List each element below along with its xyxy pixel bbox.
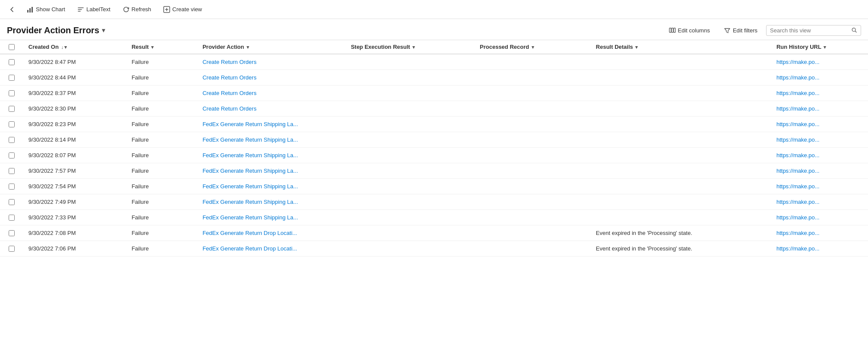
provider-action-link[interactable]: FedEx Generate Return Drop Locati... bbox=[203, 230, 297, 236]
row-checkbox-cell[interactable] bbox=[0, 194, 23, 210]
select-all-header[interactable] bbox=[0, 40, 23, 54]
row-checkbox[interactable] bbox=[9, 184, 15, 190]
row-checkbox[interactable] bbox=[9, 230, 15, 236]
row-checkbox[interactable] bbox=[9, 106, 15, 112]
cell-provider-action[interactable]: Create Return Orders bbox=[197, 54, 345, 70]
refresh-button[interactable]: Refresh bbox=[118, 4, 156, 15]
run-history-link[interactable]: https://make.po... bbox=[776, 121, 820, 127]
col-header-processed-record[interactable]: Processed Record ▾ bbox=[475, 40, 591, 54]
back-button[interactable] bbox=[5, 4, 19, 15]
row-checkbox-cell[interactable] bbox=[0, 132, 23, 148]
run-history-link[interactable]: https://make.po... bbox=[776, 74, 820, 81]
select-all-checkbox[interactable] bbox=[9, 44, 15, 50]
cell-run-history-url[interactable]: https://make.po... bbox=[771, 117, 868, 132]
cell-provider-action[interactable]: FedEx Generate Return Shipping La... bbox=[197, 117, 345, 132]
row-checkbox[interactable] bbox=[9, 59, 15, 65]
cell-processed-record bbox=[475, 101, 591, 117]
search-box[interactable] bbox=[766, 25, 861, 36]
run-history-link[interactable]: https://make.po... bbox=[776, 90, 820, 96]
provider-action-link[interactable]: FedEx Generate Return Shipping La... bbox=[203, 136, 298, 143]
row-checkbox-cell[interactable] bbox=[0, 86, 23, 101]
create-view-button[interactable]: Create view bbox=[159, 4, 206, 15]
cell-provider-action[interactable]: Create Return Orders bbox=[197, 86, 345, 101]
cell-provider-action[interactable]: FedEx Generate Return Shipping La... bbox=[197, 179, 345, 194]
cell-run-history-url[interactable]: https://make.po... bbox=[771, 179, 868, 194]
cell-provider-action[interactable]: FedEx Generate Return Shipping La... bbox=[197, 194, 345, 210]
cell-provider-action[interactable]: FedEx Generate Return Shipping La... bbox=[197, 148, 345, 163]
cell-run-history-url[interactable]: https://make.po... bbox=[771, 163, 868, 179]
run-history-link[interactable]: https://make.po... bbox=[776, 136, 820, 143]
col-header-provider-action[interactable]: Provider Action ▾ bbox=[197, 40, 345, 54]
search-input[interactable] bbox=[770, 27, 849, 34]
col-header-created-on[interactable]: Created On ↓▾ bbox=[23, 40, 127, 54]
provider-action-link[interactable]: FedEx Generate Return Shipping La... bbox=[203, 183, 298, 190]
row-checkbox-cell[interactable] bbox=[0, 54, 23, 70]
cell-run-history-url[interactable]: https://make.po... bbox=[771, 225, 868, 241]
row-checkbox-cell[interactable] bbox=[0, 70, 23, 86]
provider-action-link[interactable]: FedEx Generate Return Drop Locati... bbox=[203, 245, 297, 252]
cell-run-history-url[interactable]: https://make.po... bbox=[771, 241, 868, 257]
label-text-button[interactable]: LabelText bbox=[73, 4, 115, 15]
cell-provider-action[interactable]: Create Return Orders bbox=[197, 101, 345, 117]
row-checkbox[interactable] bbox=[9, 90, 15, 96]
col-header-result-details[interactable]: Result Details ▾ bbox=[591, 40, 771, 54]
row-checkbox-cell[interactable] bbox=[0, 179, 23, 194]
provider-action-link[interactable]: Create Return Orders bbox=[203, 59, 257, 65]
row-checkbox-cell[interactable] bbox=[0, 241, 23, 257]
cell-run-history-url[interactable]: https://make.po... bbox=[771, 194, 868, 210]
run-history-link[interactable]: https://make.po... bbox=[776, 214, 820, 221]
table-row: 9/30/2022 7:54 PMFailureFedEx Generate R… bbox=[0, 179, 868, 194]
cell-run-history-url[interactable]: https://make.po... bbox=[771, 132, 868, 148]
edit-columns-button[interactable]: Edit columns bbox=[664, 24, 715, 36]
cell-provider-action[interactable]: FedEx Generate Return Shipping La... bbox=[197, 132, 345, 148]
run-history-link[interactable]: https://make.po... bbox=[776, 168, 820, 174]
run-history-link[interactable]: https://make.po... bbox=[776, 105, 820, 112]
run-history-link[interactable]: https://make.po... bbox=[776, 152, 820, 158]
row-checkbox-cell[interactable] bbox=[0, 163, 23, 179]
provider-action-link[interactable]: FedEx Generate Return Shipping La... bbox=[203, 121, 298, 127]
edit-filters-button[interactable]: Edit filters bbox=[719, 24, 763, 36]
cell-run-history-url[interactable]: https://make.po... bbox=[771, 101, 868, 117]
row-checkbox[interactable] bbox=[9, 246, 15, 252]
provider-action-link[interactable]: FedEx Generate Return Shipping La... bbox=[203, 152, 298, 158]
data-table: Created On ↓▾ Result ▾ Provider Action ▾… bbox=[0, 40, 868, 257]
run-history-link[interactable]: https://make.po... bbox=[776, 183, 820, 190]
row-checkbox[interactable] bbox=[9, 121, 15, 127]
title-dropdown-chevron[interactable]: ▾ bbox=[102, 27, 105, 34]
cell-run-history-url[interactable]: https://make.po... bbox=[771, 210, 868, 225]
run-history-link[interactable]: https://make.po... bbox=[776, 230, 820, 236]
cell-provider-action[interactable]: FedEx Generate Return Shipping La... bbox=[197, 210, 345, 225]
row-checkbox-cell[interactable] bbox=[0, 148, 23, 163]
cell-run-history-url[interactable]: https://make.po... bbox=[771, 148, 868, 163]
run-history-link[interactable]: https://make.po... bbox=[776, 199, 820, 205]
run-history-link[interactable]: https://make.po... bbox=[776, 59, 820, 65]
show-chart-button[interactable]: Show Chart bbox=[22, 4, 70, 15]
cell-provider-action[interactable]: FedEx Generate Return Shipping La... bbox=[197, 163, 345, 179]
provider-action-link[interactable]: FedEx Generate Return Shipping La... bbox=[203, 214, 298, 221]
row-checkbox[interactable] bbox=[9, 199, 15, 205]
provider-action-link[interactable]: Create Return Orders bbox=[203, 90, 257, 96]
provider-action-link[interactable]: FedEx Generate Return Shipping La... bbox=[203, 168, 298, 174]
cell-provider-action[interactable]: FedEx Generate Return Drop Locati... bbox=[197, 225, 345, 241]
cell-provider-action[interactable]: Create Return Orders bbox=[197, 70, 345, 86]
row-checkbox[interactable] bbox=[9, 75, 15, 81]
col-header-result[interactable]: Result ▾ bbox=[127, 40, 197, 54]
row-checkbox-cell[interactable] bbox=[0, 117, 23, 132]
row-checkbox[interactable] bbox=[9, 168, 15, 174]
cell-run-history-url[interactable]: https://make.po... bbox=[771, 70, 868, 86]
provider-action-link[interactable]: Create Return Orders bbox=[203, 105, 257, 112]
row-checkbox[interactable] bbox=[9, 152, 15, 158]
col-header-run-history-url[interactable]: Run History URL ▾ bbox=[771, 40, 868, 54]
cell-provider-action[interactable]: FedEx Generate Return Drop Locati... bbox=[197, 241, 345, 257]
cell-run-history-url[interactable]: https://make.po... bbox=[771, 86, 868, 101]
col-header-step-exec[interactable]: Step Execution Result ▾ bbox=[345, 40, 475, 54]
run-history-link[interactable]: https://make.po... bbox=[776, 245, 820, 252]
row-checkbox-cell[interactable] bbox=[0, 101, 23, 117]
row-checkbox-cell[interactable] bbox=[0, 210, 23, 225]
row-checkbox-cell[interactable] bbox=[0, 225, 23, 241]
row-checkbox[interactable] bbox=[9, 137, 15, 143]
cell-run-history-url[interactable]: https://make.po... bbox=[771, 54, 868, 70]
row-checkbox[interactable] bbox=[9, 215, 15, 221]
provider-action-link[interactable]: FedEx Generate Return Shipping La... bbox=[203, 199, 298, 205]
provider-action-link[interactable]: Create Return Orders bbox=[203, 74, 257, 81]
